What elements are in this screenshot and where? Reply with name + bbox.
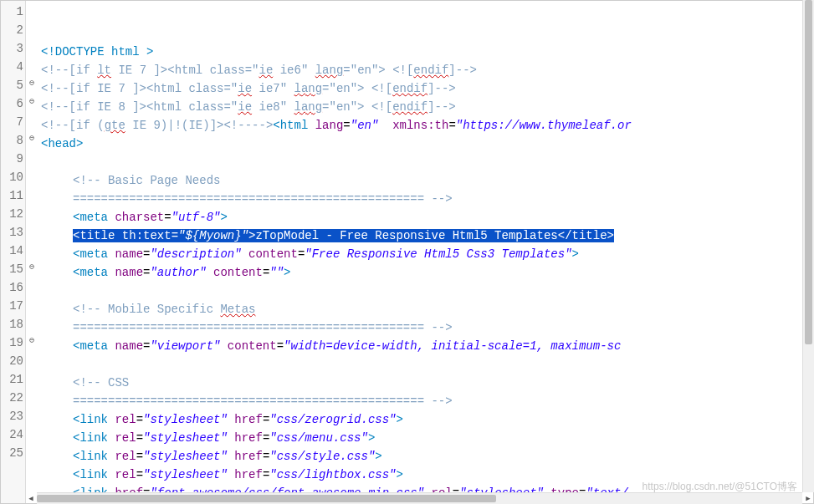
code-line[interactable]: ========================================…: [41, 318, 813, 337]
code-line[interactable]: <link rel="stylesheet" href="css/menu.cs…: [41, 429, 813, 447]
fold-toggle-icon[interactable]: ⊖: [26, 74, 38, 93]
fold-spacer: [26, 166, 38, 185]
line-number[interactable]: 18: [6, 315, 23, 333]
fold-spacer: [26, 442, 38, 461]
line-number[interactable]: 13: [6, 223, 23, 242]
fold-spacer: [26, 295, 38, 313]
fold-spacer: [26, 38, 38, 56]
fold-spacer: [26, 277, 38, 295]
fold-spacer: [26, 350, 38, 369]
code-line[interactable]: <head>: [41, 135, 813, 153]
code-line[interactable]: <!--[if (gte IE 9)|!(IE)]><!----><html l…: [41, 116, 813, 135]
code-line[interactable]: <link rel="stylesheet" href="css/zerogri…: [41, 410, 813, 429]
vertical-scrollbar[interactable]: [802, 0, 814, 492]
code-line[interactable]: [41, 355, 813, 374]
line-number[interactable]: 9: [6, 150, 23, 168]
fold-spacer: [26, 56, 38, 74]
line-number[interactable]: 8: [6, 131, 23, 150]
fold-spacer: [26, 369, 38, 387]
line-number[interactable]: 12: [6, 205, 23, 223]
code-line[interactable]: <link rel="stylesheet" href="css/lightbo…: [41, 466, 813, 484]
line-number[interactable]: 14: [6, 242, 23, 260]
fold-spacer: [26, 424, 38, 442]
fold-spacer: [26, 313, 38, 332]
fold-spacer: [26, 111, 38, 130]
scrollbar-thumb[interactable]: [805, 0, 812, 344]
code-line[interactable]: <title th:text="${Myown}">zTopModel - Fr…: [41, 227, 813, 245]
line-number[interactable]: 23: [6, 407, 23, 425]
line-number[interactable]: 20: [6, 352, 23, 370]
fold-spacer: [26, 19, 38, 38]
scroll-right-icon[interactable]: ▶: [802, 493, 814, 504]
code-line[interactable]: [41, 282, 813, 300]
fold-toggle-icon[interactable]: ⊖: [26, 258, 38, 277]
line-number[interactable]: 11: [6, 186, 23, 205]
line-number[interactable]: 21: [6, 370, 23, 389]
scroll-left-icon[interactable]: ◀: [25, 493, 37, 504]
code-line[interactable]: <link rel="stylesheet" href="css/style.c…: [41, 447, 813, 466]
fold-spacer: [26, 387, 38, 405]
code-line[interactable]: <meta name="description" content="Free R…: [41, 245, 813, 263]
fold-toggle-icon[interactable]: ⊖: [26, 332, 38, 350]
code-line[interactable]: <!-- CSS: [41, 374, 813, 392]
horizontal-scrollbar[interactable]: ◀ ▶: [37, 492, 802, 504]
fold-spacer: [26, 221, 38, 240]
code-line[interactable]: <!-- Mobile Specific Metas: [41, 300, 813, 318]
fold-spacer: [26, 240, 38, 258]
code-line[interactable]: <meta name="author" content="">: [41, 263, 813, 282]
line-number-gutter[interactable]: 1234567891011121314151617181920212223242…: [1, 1, 26, 503]
fold-spacer: [26, 185, 38, 203]
line-number[interactable]: 4: [6, 58, 23, 76]
fold-spacer: [26, 148, 38, 166]
fold-spacer: [26, 405, 38, 424]
fold-toggle-icon[interactable]: ⊖: [26, 130, 38, 148]
code-line[interactable]: <!DOCTYPE html >: [41, 43, 813, 61]
fold-spacer: [26, 203, 38, 221]
line-number[interactable]: 2: [6, 21, 23, 39]
code-area[interactable]: <!DOCTYPE html ><!--[if lt IE 7 ]><html …: [38, 1, 813, 503]
fold-gutter[interactable]: ⊖⊖⊖⊖⊖: [26, 1, 38, 503]
line-number[interactable]: 7: [6, 113, 23, 131]
fold-toggle-icon[interactable]: ⊖: [26, 93, 38, 111]
code-line[interactable]: <meta charset="utf-8">: [41, 208, 813, 227]
line-number[interactable]: 19: [6, 333, 23, 352]
line-number[interactable]: 25: [6, 444, 23, 462]
code-line[interactable]: ========================================…: [41, 190, 813, 208]
fold-spacer: [26, 1, 38, 19]
line-number[interactable]: 6: [6, 94, 23, 113]
code-editor[interactable]: 1234567891011121314151617181920212223242…: [0, 0, 814, 504]
line-number[interactable]: 1: [6, 3, 23, 21]
scrollbar-thumb[interactable]: [37, 495, 496, 502]
code-line[interactable]: <!-- Basic Page Needs: [41, 171, 813, 190]
line-number[interactable]: 22: [6, 389, 23, 407]
code-line[interactable]: ========================================…: [41, 392, 813, 410]
line-number[interactable]: 3: [6, 39, 23, 58]
line-number[interactable]: 5: [6, 76, 23, 94]
code-line[interactable]: <!--[if IE 8 ]><html class="ie ie8" lang…: [41, 98, 813, 116]
code-line[interactable]: <!--[if IE 7 ]><html class="ie ie7" lang…: [41, 79, 813, 98]
code-line[interactable]: [41, 153, 813, 171]
line-number[interactable]: 10: [6, 168, 23, 186]
line-number[interactable]: 16: [6, 278, 23, 297]
line-number[interactable]: 24: [6, 425, 23, 444]
code-line[interactable]: <!--[if lt IE 7 ]><html class="ie ie6" l…: [41, 61, 813, 79]
line-number[interactable]: 15: [6, 260, 23, 278]
line-number[interactable]: 17: [6, 297, 23, 315]
code-line[interactable]: <meta name="viewport" content="width=dev…: [41, 337, 813, 355]
